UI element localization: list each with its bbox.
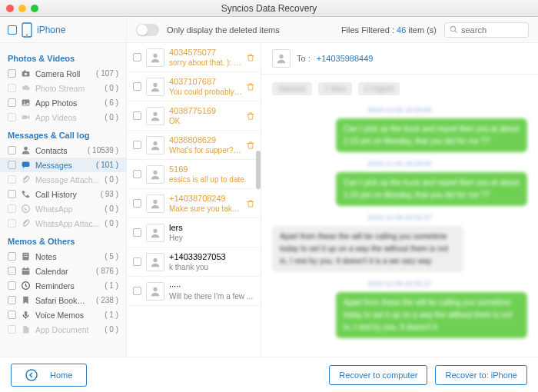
sidebar-item-label: WhatsApp Attac...	[35, 219, 100, 228]
device-checkbox[interactable]	[8, 25, 17, 35]
chip[interactable]: 1 New	[318, 82, 352, 95]
checkbox[interactable]	[133, 170, 141, 178]
checkbox[interactable]	[8, 311, 16, 319]
svg-rect-21	[25, 311, 27, 317]
cloud-icon	[21, 83, 31, 93]
sidebar-item-camera[interactable]: Camera Roll( 107 )	[0, 66, 126, 81]
to-label: To :	[297, 54, 311, 63]
search-icon	[450, 25, 458, 34]
scrollbar-thumb[interactable]	[256, 151, 261, 189]
message-stream: General1 New2 Urgent2015-11-02 16:28:00C…	[261, 75, 538, 357]
avatar-icon	[146, 194, 164, 213]
svg-rect-16	[22, 268, 30, 274]
phone-icon	[21, 189, 31, 199]
conversation-list: 4034575077sorry about that. ): okay,...4…	[127, 43, 261, 357]
sidebar-item-count: ( 107 )	[96, 69, 118, 78]
conversation-row[interactable]: 4038775169OK	[127, 101, 261, 131]
checkbox[interactable]	[8, 161, 16, 169]
search-field[interactable]	[444, 22, 529, 38]
conversation-preview: k thank you	[169, 263, 254, 271]
sidebar-item-doc: App Document( 0 )	[0, 322, 126, 337]
sidebar-item-count: ( 93 )	[101, 190, 118, 198]
checkbox[interactable]	[8, 252, 16, 261]
conversation-row[interactable]: 4037107687You could probably use ...	[127, 72, 261, 101]
message-detail: To : +14035988449 General1 New2 Urgent20…	[261, 43, 538, 357]
svg-point-25	[153, 141, 157, 145]
svg-point-27	[153, 199, 157, 203]
conversation-preview: You could probably use ...	[169, 88, 242, 96]
avatar-icon	[146, 107, 164, 125]
sidebar-item-count: ( 1 )	[105, 311, 118, 319]
checkbox[interactable]	[133, 287, 141, 295]
category-sidebar: Photos & VideosCamera Roll( 107 )Photo S…	[0, 43, 127, 357]
svg-point-12	[22, 205, 30, 213]
checkbox[interactable]	[133, 257, 141, 266]
checkbox	[8, 84, 16, 92]
checkbox[interactable]	[133, 228, 141, 237]
sidebar-item-photo[interactable]: App Photos( 6 )	[0, 95, 126, 110]
conversation-name: 4037107687	[169, 77, 242, 86]
only-deleted-toggle[interactable]	[136, 24, 159, 36]
sidebar-item-reminder[interactable]: Reminders( 1 )	[0, 278, 126, 293]
back-arrow-icon	[25, 369, 38, 381]
title-bar: Syncios Data Recovery	[0, 0, 538, 17]
checkbox[interactable]	[133, 199, 141, 208]
sidebar-item-contact[interactable]: Contacts( 10539 )	[0, 143, 126, 158]
checkbox[interactable]	[8, 146, 16, 154]
sidebar-item-label: Message Attach...	[35, 175, 100, 184]
sidebar-item-label: Call History	[35, 190, 96, 199]
checkbox[interactable]	[8, 281, 16, 290]
sidebar-item-bookmark[interactable]: Safari Bookmark( 238 )	[0, 293, 126, 307]
recover-to-computer-button[interactable]: Recover to computer	[329, 365, 427, 385]
trash-icon	[247, 83, 254, 91]
device-label: iPhone	[37, 25, 65, 35]
svg-point-24	[153, 111, 157, 115]
checkbox[interactable]	[8, 190, 16, 198]
home-button[interactable]: Home	[11, 364, 87, 387]
conversation-row[interactable]: +14033927053k thank you	[127, 247, 261, 277]
svg-point-29	[153, 257, 157, 261]
sidebar-item-label: Messages	[35, 161, 91, 170]
checkbox[interactable]	[8, 69, 16, 78]
checkbox[interactable]	[133, 53, 141, 61]
checkbox[interactable]	[133, 141, 141, 149]
phone-icon	[22, 22, 32, 38]
svg-line-3	[455, 31, 457, 33]
only-deleted-label: Only display the deleted items	[167, 25, 280, 35]
sidebar-item-count: ( 0 )	[105, 84, 118, 92]
chip[interactable]: 2 Urgent	[358, 82, 400, 95]
conversation-preview: Make sure you take pho...	[169, 204, 242, 213]
photo-icon	[21, 98, 31, 108]
sidebar-item-note[interactable]: Notes( 5 )	[0, 249, 126, 264]
svg-point-28	[153, 228, 157, 232]
conversation-row[interactable]: +14038708249Make sure you take pho...	[127, 189, 261, 218]
incoming-message: Apart from these the will be calling you…	[272, 226, 463, 272]
sidebar-item-message[interactable]: Messages( 101 )	[0, 158, 126, 172]
sidebar-item-calendar[interactable]: Calendar( 876 )	[0, 264, 126, 278]
sidebar-group-header: Photos & Videos	[0, 48, 126, 66]
sidebar-item-phone[interactable]: Call History( 93 )	[0, 187, 126, 201]
recover-to-device-button[interactable]: Recover to: iPhone	[435, 365, 527, 385]
conversation-row[interactable]: ·····Will be there I'm a few ...	[127, 277, 261, 306]
checkbox[interactable]	[8, 98, 16, 107]
conversation-row[interactable]: 4038808629What's for supper? I co...	[127, 131, 261, 160]
checkbox[interactable]	[133, 111, 141, 120]
conversation-row[interactable]: 4034575077sorry about that. ): okay,...	[127, 43, 261, 72]
conversation-preview: OK	[169, 117, 242, 125]
device-selector[interactable]: iPhone	[0, 17, 127, 42]
conversation-row[interactable]: 5169essics is all up to date.	[127, 160, 261, 189]
chip[interactable]: General	[272, 82, 312, 95]
message-timestamp: 2015-11-08 20:32:27	[272, 214, 527, 221]
filter-chips: General1 New2 Urgent	[272, 82, 527, 95]
sidebar-item-label: Voice Memos	[35, 311, 100, 320]
sidebar-item-label: Reminders	[35, 281, 100, 291]
sidebar-item-attach: Message Attach...( 0 )	[0, 172, 126, 187]
search-input[interactable]	[461, 25, 523, 35]
checkbox[interactable]	[133, 82, 141, 91]
checkbox[interactable]	[8, 296, 16, 304]
note-icon	[21, 251, 31, 261]
conversation-preview: essics is all up to date.	[169, 175, 254, 184]
sidebar-item-voice[interactable]: Voice Memos( 1 )	[0, 307, 126, 322]
conversation-row[interactable]: lersHey	[127, 218, 261, 247]
checkbox[interactable]	[8, 267, 16, 275]
